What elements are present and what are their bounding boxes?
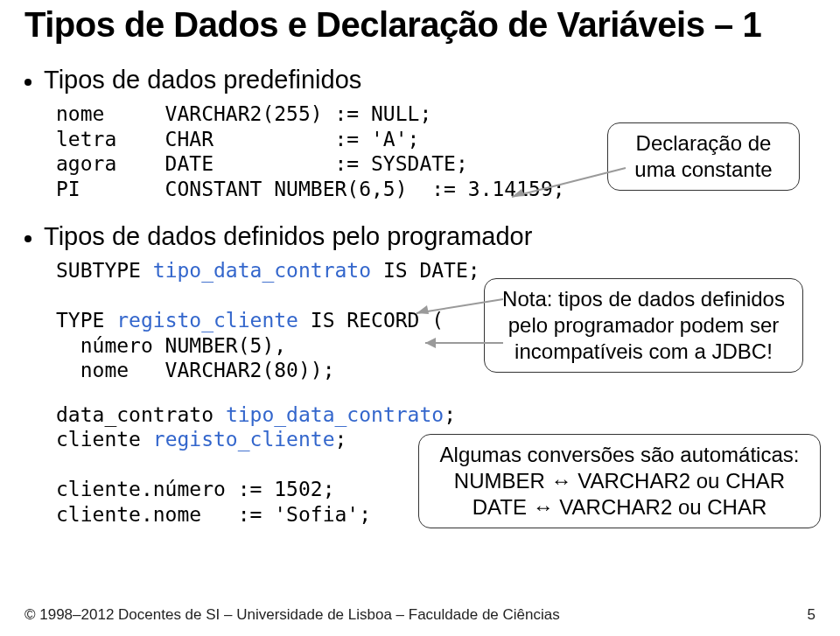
bullet-text: Tipos de dados definidos pelo programado… — [44, 222, 532, 251]
callout-line: NUMBER ↔ VARCHAR2 ou CHAR — [431, 468, 808, 494]
arrow-icon — [411, 294, 508, 320]
code-line: letra CHAR := 'A'; — [56, 128, 419, 150]
code-line: cliente registo_cliente; — [56, 428, 346, 451]
arrows-horizontal-icon: ↔ — [533, 494, 554, 521]
code-line: cliente.número := 1502; — [56, 478, 335, 500]
code-line: número NUMBER(5), — [56, 334, 286, 357]
type-name: tipo_data_contrato — [153, 259, 371, 282]
copyright-text: © 1998–2012 Docentes de SI – Universidad… — [24, 606, 560, 623]
svg-marker-3 — [416, 305, 429, 314]
type-name: registo_cliente — [116, 309, 298, 332]
callout-constant-declaration: Declaração de uma constante — [607, 122, 800, 191]
bullet-text: Tipos de dados predefinidos — [44, 66, 361, 94]
callout-line: DATE ↔ VARCHAR2 ou CHAR — [431, 494, 808, 521]
type-name: tipo_data_contrato — [226, 403, 444, 426]
bullet-predefined-types: Tipos de dados predefinidos — [24, 66, 816, 94]
svg-marker-5 — [425, 338, 436, 348]
code-line: SUBTYPE tipo_data_contrato IS DATE; — [56, 259, 480, 282]
code-line: data_contrato tipo_data_contrato; — [56, 403, 456, 426]
code-line: TYPE registo_cliente IS RECORD ( — [56, 309, 444, 332]
code-line: nome VARCHAR2(255) := NULL; — [56, 102, 431, 125]
bullet-dot-icon — [24, 79, 32, 86]
code-line: agora DATE := SYSDATE; — [56, 152, 468, 175]
type-name: registo_cliente — [153, 428, 335, 451]
callout-auto-conversions: Algumas conversões são automáticas: NUMB… — [418, 434, 821, 528]
arrows-horizontal-icon: ↔ — [551, 468, 572, 494]
bullet-user-defined-types: Tipos de dados definidos pelo programado… — [24, 222, 816, 251]
bullet-dot-icon — [24, 235, 32, 242]
arrow-icon — [508, 166, 630, 201]
svg-line-2 — [416, 299, 503, 313]
slide-footer: © 1998–2012 Docentes de SI – Universidad… — [24, 606, 816, 624]
code-line: cliente.nome := 'Sofia'; — [56, 503, 371, 526]
code-line: nome VARCHAR2(80)); — [56, 359, 335, 381]
svg-line-0 — [512, 168, 626, 197]
arrow-icon — [420, 334, 508, 352]
page-number: 5 — [808, 606, 816, 624]
slide-title: Tipos de Dados e Declaração de Variáveis… — [24, 0, 816, 45]
callout-jdbc-note: Nota: tipos de dados definidos pelo prog… — [484, 278, 803, 373]
code-line: PI CONSTANT NUMBER(6,5) := 3.14159; — [56, 178, 565, 200]
callout-line: Algumas conversões são automáticas: — [431, 442, 808, 468]
slide: Tipos de Dados e Declaração de Variáveis… — [0, 0, 840, 636]
svg-marker-1 — [512, 189, 525, 197]
